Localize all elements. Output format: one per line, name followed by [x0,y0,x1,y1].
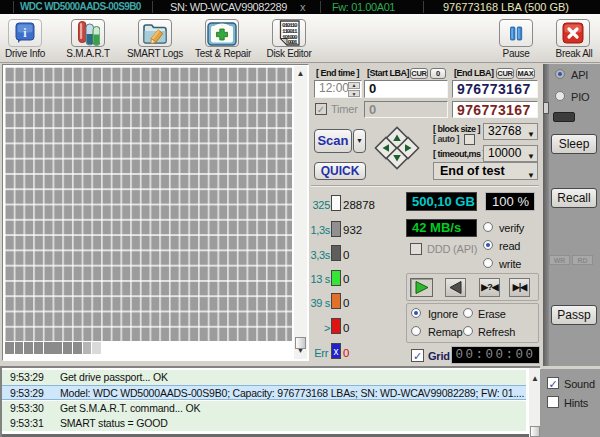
svg-text:0001: 0001 [287,39,297,46]
